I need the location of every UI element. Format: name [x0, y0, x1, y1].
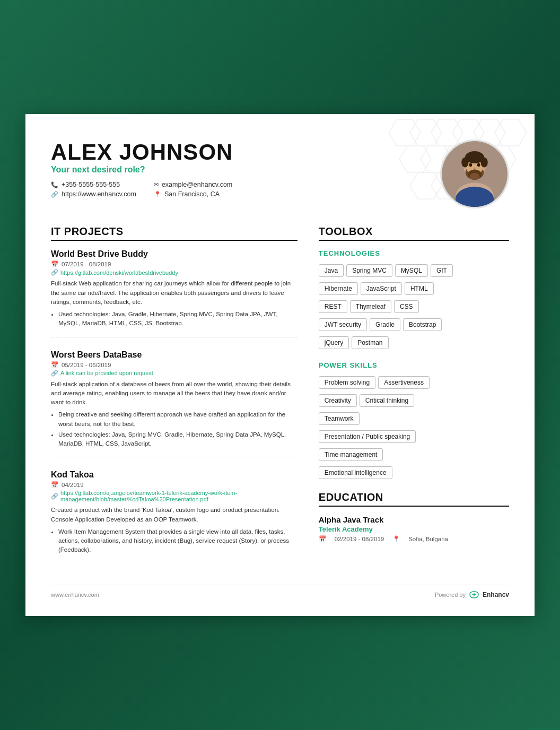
location-item: 📍 San Francisco, CA: [154, 190, 233, 198]
resume-page: ALEX JOHNSON Your next desired role? 📞 +…: [25, 114, 535, 615]
footer-powered-by: Powered by Enhancv: [435, 590, 509, 599]
toolbox-title: TOOLBOX: [319, 225, 509, 238]
avatar: [440, 140, 509, 208]
it-projects-title: IT PROJECTS: [51, 225, 298, 238]
education-title: EDUCATION: [319, 491, 509, 503]
svg-point-23: [480, 158, 487, 168]
powered-by-text: Powered by: [435, 592, 466, 598]
project-1-desc: Full-stack Web application for sharing c…: [51, 279, 298, 307]
project-1-link: 🔗 https://gitlab.com/denski/worldbestdri…: [51, 269, 298, 276]
project-2-bullet-1: Being creative and seeking different app…: [58, 410, 298, 429]
project-1: World Best Drive Buddy 📅 07/2019 - 08/20…: [51, 249, 298, 337]
tag-emotional-intelligence: Emotional intelligence: [319, 466, 392, 479]
tag-presentation: Presentation / Public speaking: [319, 430, 416, 443]
project-2-bullet-2: Used technologies: Java, Spring MVC, Gra…: [58, 430, 298, 449]
project-2-link: 🔗 A link can be provided upon request: [51, 370, 298, 377]
header-left: ALEX JOHNSON Your next desired role? 📞 +…: [51, 140, 233, 198]
enhancv-logo-icon: [469, 590, 479, 599]
education-section: EDUCATION Alpha Java Track Telerik Acade…: [319, 491, 509, 543]
project-1-bullet-1: Used technologies: Java, Gradle, Hiberna…: [58, 310, 298, 328]
left-column: IT PROJECTS World Best Drive Buddy 📅 07/…: [51, 225, 298, 567]
header: ALEX JOHNSON Your next desired role? 📞 +…: [51, 140, 509, 208]
calendar-icon-2: 📅: [51, 361, 58, 369]
toolbox-divider: [319, 240, 509, 241]
edu-meta: 📅 02/2019 - 08/2019 📍 Sofia, Bulgaria: [319, 535, 509, 543]
right-column: TOOLBOX TECHNOLOGIES Java Spring MVC MyS…: [319, 225, 509, 567]
tag-creativity: Creativity: [319, 394, 357, 407]
tag-bootstrap: Bootstrap: [403, 318, 442, 331]
link-icon-2: 🔗: [51, 370, 58, 377]
tag-hibernate: Hibernate: [319, 282, 358, 295]
project-2-date: 📅 05/2019 - 06/2019: [51, 361, 298, 369]
tag-java: Java: [319, 264, 344, 277]
project-3-desc: Created a product with the brand 'Kod Ta…: [51, 506, 298, 524]
svg-point-25: [477, 163, 480, 167]
skills-row-6: Emotional intelligence: [319, 465, 509, 481]
calendar-icon-1: 📅: [51, 260, 58, 268]
link-icon-1: 🔗: [51, 269, 58, 276]
technologies-subtitle: TECHNOLOGIES: [319, 249, 509, 257]
skills-row-3: Teamwork: [319, 411, 509, 427]
project-1-divider: [51, 337, 298, 337]
technologies-section: TECHNOLOGIES Java Spring MVC MySQL GIT H…: [319, 249, 509, 351]
edu-calendar-icon: 📅: [319, 535, 326, 543]
tech-tags-row-1: Java Spring MVC MySQL GIT: [319, 263, 509, 279]
skills-row-2: Creativity Critical thinking: [319, 393, 509, 409]
edu-location-icon: 📍: [392, 535, 400, 543]
project-2-bullets: Being creative and seeking different app…: [51, 410, 298, 448]
tech-tags-row-4: JWT security Gradle Bootstrap: [319, 317, 509, 333]
tag-jwt-security: JWT security: [319, 318, 367, 331]
project-3: Kod Takoa 📅 04/2019 🔗 https://gitlab.com…: [51, 470, 298, 554]
tag-html: HTML: [405, 282, 434, 295]
tag-teamwork: Teamwork: [319, 412, 360, 425]
tech-tags-row-2: Hibernate JavaScript HTML: [319, 281, 509, 297]
skills-row-5: Time management: [319, 447, 509, 463]
avatar-image: [442, 140, 508, 208]
main-content: IT PROJECTS World Best Drive Buddy 📅 07/…: [51, 225, 509, 567]
project-1-date: 📅 07/2019 - 08/2019: [51, 260, 298, 268]
project-3-name: Kod Takoa: [51, 470, 298, 480]
project-2-divider: [51, 457, 298, 457]
power-skills-subtitle: POWER SKILLS: [319, 361, 509, 369]
tag-assertiveness: Assertiveness: [378, 376, 430, 389]
tag-rest: REST: [319, 300, 347, 313]
edu-location: Sofia, Bulgaria: [408, 536, 448, 542]
svg-point-28: [469, 173, 479, 180]
calendar-icon-3: 📅: [51, 481, 58, 489]
project-3-date: 📅 04/2019: [51, 481, 298, 489]
project-2-desc: Full-stack application of a database of …: [51, 380, 298, 407]
tag-jquery: jQuery: [319, 336, 349, 349]
email-item: ✉ example@enhancv.com: [154, 181, 233, 188]
link-icon-3: 🔗: [51, 493, 58, 500]
svg-point-22: [461, 158, 468, 168]
power-skills-section: POWER SKILLS Problem solving Assertivene…: [319, 361, 509, 481]
tag-postman: Postman: [352, 336, 388, 349]
tag-mysql: MySQL: [395, 264, 428, 277]
email-icon: ✉: [154, 181, 159, 188]
tag-thymeleaf: Thymeleaf: [350, 300, 391, 313]
tech-tags-row-5: jQuery Postman: [319, 335, 509, 351]
edu-name: Alpha Java Track: [319, 515, 509, 524]
project-2-name: Worst Beers DataBase: [51, 350, 298, 360]
tech-tags-row-3: REST Thymeleaf CSS: [319, 299, 509, 315]
tag-gradle: Gradle: [370, 318, 400, 331]
footer-website: www.enhancv.com: [51, 592, 99, 598]
location-text: San Francisco, CA: [164, 190, 220, 198]
edu-institution: Telerik Academy: [319, 525, 509, 533]
tag-spring-mvc: Spring MVC: [346, 264, 392, 277]
phone-item: 📞 +355-5555-555-555: [51, 181, 137, 188]
project-3-bullet-1: Work Item Management System that provide…: [58, 527, 298, 555]
website-url: https://www.enhancv.com: [62, 190, 136, 198]
project-3-link: 🔗 https://gitlab.com/aj.angelov/teamwork…: [51, 490, 298, 502]
it-projects-divider: [51, 240, 298, 241]
phone-icon: 📞: [51, 181, 58, 188]
tag-time-management: Time management: [319, 448, 383, 461]
phone-number: +355-5555-555-555: [62, 181, 120, 188]
tag-git: GIT: [431, 264, 453, 277]
skills-row-4: Presentation / Public speaking: [319, 429, 509, 445]
footer: www.enhancv.com Powered by Enhancv: [51, 585, 509, 599]
education-divider: [319, 506, 509, 507]
candidate-role: Your next desired role?: [51, 165, 233, 175]
location-icon: 📍: [154, 191, 161, 198]
tag-critical-thinking: Critical thinking: [360, 394, 414, 407]
